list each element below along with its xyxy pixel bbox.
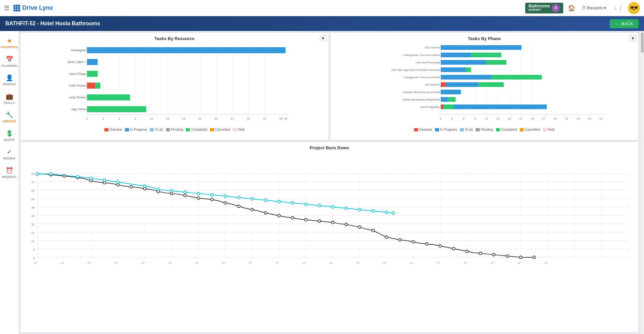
- svg-point-184: [184, 191, 187, 193]
- user-avatar[interactable]: 😎: [628, 2, 640, 14]
- svg-point-173: [519, 256, 522, 259]
- svg-point-197: [358, 208, 361, 211]
- svg-rect-79: [441, 82, 478, 87]
- svg-rect-29: [87, 59, 98, 65]
- review-icon: ✔: [7, 148, 12, 156]
- svg-point-145: [143, 187, 146, 190]
- svg-point-191: [278, 200, 280, 203]
- sidebar-item-planning[interactable]: 📅 PLANNING: [0, 52, 19, 71]
- apps-grid-button[interactable]: ⋮⋮: [611, 3, 624, 12]
- svg-text:0 Oct 2021: 0 Oct 2021: [162, 261, 172, 264]
- back-button[interactable]: ← BACK: [610, 19, 639, 28]
- svg-text:5 Sep 2021: 5 Sep 2021: [81, 261, 92, 264]
- svg-text:24: 24: [531, 117, 534, 120]
- main-content: ▼ Tasks By Resource 0 3 6 9 12 15 18 21 …: [19, 31, 640, 334]
- resource-chart-dropdown[interactable]: ▼: [320, 35, 327, 41]
- resource-bar-chart: 0 3 6 9 12 15 18 21 24 27 30 33 36 39: [24, 44, 325, 125]
- svg-text:48: 48: [31, 206, 35, 209]
- sidebar-item-label-planning: PLANNING: [1, 64, 17, 67]
- svg-point-144: [130, 185, 133, 188]
- svg-text:15: 15: [496, 117, 500, 120]
- svg-text:0 Sep 2021: 0 Sep 2021: [54, 261, 65, 264]
- svg-point-195: [331, 206, 334, 208]
- recents-button[interactable]: ⏱Recents▾: [580, 4, 608, 12]
- svg-text:9: 9: [135, 117, 136, 120]
- sidebar: ★ FAVORITES 📅 PLANNING 👤 PROFILE 💼 SKILL…: [0, 31, 19, 334]
- svg-text:36: 36: [279, 117, 282, 120]
- svg-text:4 Dec 2021: 4 Dec 2021: [538, 261, 548, 264]
- svg-point-179: [103, 179, 106, 181]
- svg-text:5 Oct 2021: 5 Oct 2021: [135, 261, 145, 264]
- svg-point-163: [385, 236, 388, 239]
- svg-rect-83: [441, 90, 461, 94]
- svg-text:64: 64: [31, 189, 35, 192]
- sidebar-item-label-review: REVIEW: [3, 157, 15, 160]
- svg-point-192: [291, 202, 294, 204]
- sidebar-item-favorites[interactable]: ★ FAVORITES: [0, 34, 19, 52]
- svg-text:9: 9: [474, 117, 476, 120]
- svg-point-183: [170, 189, 173, 192]
- sidebar-item-profile[interactable]: 👤 PROFILE: [0, 71, 19, 89]
- svg-text:6: 6: [118, 117, 120, 120]
- tasks-by-phase-panel: ▼ Tasks By Phase 0 3 6 9 12 15 18 21 24 …: [330, 32, 639, 140]
- svg-text:5 Nov 2021: 5 Nov 2021: [350, 261, 360, 264]
- profile-icon: 👤: [6, 74, 13, 82]
- sidebar-item-review[interactable]: ✔ REVIEW: [0, 145, 19, 163]
- back-label: BACK: [621, 21, 633, 26]
- svg-point-176: [49, 173, 52, 175]
- svg-point-167: [439, 245, 442, 247]
- svg-rect-73: [441, 67, 466, 72]
- svg-text:0: 0: [33, 256, 35, 260]
- sidebar-item-quote[interactable]: 💲 QUOTE: [0, 126, 19, 145]
- scroll-thumb[interactable]: [641, 32, 644, 53]
- svg-rect-36: [87, 94, 130, 100]
- svg-rect-80: [478, 82, 504, 87]
- svg-rect-34: [95, 83, 100, 89]
- svg-point-185: [197, 192, 200, 195]
- svg-point-194: [318, 204, 321, 207]
- svg-text:0 Nov 2021: 0 Nov 2021: [269, 261, 279, 264]
- phase-chart-dropdown[interactable]: ▼: [630, 35, 636, 41]
- svg-rect-77: [491, 75, 542, 80]
- right-scrollbar[interactable]: [640, 31, 644, 334]
- phase-chart-legend: Overdue In Progress To do Pending Comple…: [334, 128, 635, 131]
- svg-text:27: 27: [542, 117, 545, 120]
- svg-point-148: [184, 194, 187, 197]
- svg-text:24: 24: [31, 231, 35, 235]
- svg-point-161: [358, 226, 361, 229]
- svg-rect-38: [87, 106, 146, 112]
- svg-point-175: [36, 173, 39, 175]
- svg-text:5 Nov 2021: 5 Nov 2021: [242, 261, 252, 264]
- svg-point-152: [237, 205, 240, 208]
- svg-text:5 Sep 2021: 5 Sep 2021: [27, 261, 38, 264]
- svg-point-190: [264, 199, 267, 202]
- recents-label: Recents: [587, 5, 603, 10]
- top-header: ☰ Drive Lynx Bathrooms DORSET R 🏠 ⏱Recen…: [0, 0, 644, 16]
- company-avatar: R: [552, 4, 560, 12]
- svg-text:12: 12: [150, 117, 153, 120]
- quote-icon: 💲: [6, 130, 13, 137]
- home-button[interactable]: 🏠: [567, 3, 577, 13]
- svg-point-174: [533, 256, 536, 259]
- svg-text:8: 8: [33, 248, 35, 251]
- svg-point-164: [399, 239, 401, 241]
- svg-text:5 Nov 2021: 5 Nov 2021: [296, 261, 306, 264]
- svg-text:16: 16: [31, 240, 35, 243]
- sidebar-item-request[interactable]: ⏰ REQUEST: [0, 163, 19, 182]
- svg-text:33: 33: [263, 117, 266, 120]
- logo-grid-icon: [13, 5, 20, 11]
- favorites-icon: ★: [7, 37, 12, 44]
- sidebar-item-skills[interactable]: 💼 SKILLS: [0, 89, 19, 108]
- svg-point-153: [251, 208, 253, 211]
- hamburger-menu[interactable]: ☰: [4, 4, 9, 12]
- svg-point-172: [506, 255, 509, 257]
- sidebar-item-service[interactable]: 🔧 SERVICE: [0, 108, 19, 126]
- sidebar-item-label-favorites: FAVORITES: [1, 45, 18, 49]
- svg-text:3: 3: [451, 117, 453, 120]
- resource-chart-title: Tasks By Resource: [24, 36, 325, 41]
- svg-text:0: 0: [86, 117, 88, 120]
- company-badge[interactable]: Bathrooms DORSET R: [525, 3, 563, 13]
- svg-text:39: 39: [588, 117, 591, 120]
- svg-point-177: [76, 175, 79, 178]
- svg-text:36: 36: [576, 117, 580, 120]
